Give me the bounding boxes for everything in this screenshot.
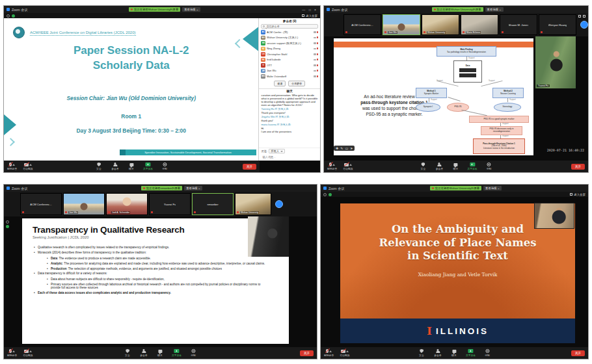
fullscreen-icon[interactable] bbox=[583, 15, 585, 18]
participant-row[interactable]: CSChristopher Stahl bbox=[259, 51, 320, 57]
send-to-dropdown[interactable]: 所有人 bbox=[269, 149, 285, 153]
mute-button[interactable]: 解除静音 bbox=[7, 349, 17, 357]
chat-button[interactable]: 聊天 bbox=[127, 162, 136, 170]
info-icon[interactable]: i bbox=[7, 14, 10, 18]
video-tile[interactable]: Shawn M. Jones bbox=[500, 14, 537, 35]
share-screen-button[interactable]: 共享屏幕 bbox=[466, 349, 476, 357]
participant-row[interactable]: JWJian Wu bbox=[259, 68, 320, 74]
participant-row[interactable]: WUWuhan University (主持人) bbox=[259, 35, 320, 41]
enter-fullscreen-button[interactable]: 进入全屏 bbox=[302, 14, 317, 18]
participants-button[interactable]: 参会者 bbox=[139, 349, 148, 357]
record-button[interactable]: 录制 bbox=[483, 349, 492, 357]
video-tile[interactable]: ACM Conferenc... bbox=[20, 193, 62, 215]
video-button[interactable]: 启动视频 bbox=[340, 349, 349, 357]
zoom-app-icon bbox=[327, 8, 330, 11]
participant-row[interactable]: OOTT bbox=[259, 62, 320, 68]
record-button[interactable]: 录制 bbox=[485, 162, 494, 170]
video-tile[interactable]: Maria Eckova bbox=[461, 14, 498, 35]
participants-button[interactable]: 参会者 bbox=[435, 162, 444, 170]
camera-off-icon bbox=[24, 163, 29, 166]
security-button[interactable]: 安全 bbox=[123, 349, 132, 357]
share-screen-button[interactable]: 共享屏幕 bbox=[467, 162, 477, 170]
video-button[interactable]: 启动视频 bbox=[23, 349, 33, 357]
chevron-up-icon[interactable] bbox=[329, 350, 332, 352]
participant-row[interactable]: NZNing Zheng bbox=[259, 46, 320, 52]
participant-row[interactable]: MOMalte Ostendorff bbox=[259, 73, 320, 79]
presenter-webcam[interactable] bbox=[534, 203, 574, 229]
presenter-webcam[interactable]: Yuanxi Fu bbox=[535, 36, 576, 88]
chevron-up-icon[interactable] bbox=[12, 164, 15, 166]
share-screen-button[interactable]: 共享屏幕 bbox=[172, 349, 182, 357]
chevron-up-icon[interactable] bbox=[29, 350, 32, 352]
enter-fullscreen-button[interactable]: 进入全屏 bbox=[570, 193, 585, 196]
share-screen-button[interactable]: 共享屏幕 bbox=[143, 162, 153, 170]
session-title-line1: Paper Session NA-L-2 bbox=[4, 44, 258, 57]
leave-button[interactable]: 离开 bbox=[300, 350, 314, 356]
leave-button[interactable]: 离开 bbox=[571, 164, 585, 170]
audio-only-avatar-icon[interactable] bbox=[580, 21, 588, 29]
participant-search[interactable] bbox=[261, 24, 318, 29]
mic-muted-icon bbox=[22, 211, 24, 214]
video-tile[interactable]: nmweber bbox=[192, 193, 234, 215]
view-options-button[interactable]: 查看选项 ⌄ bbox=[184, 186, 202, 190]
audio-only-avatar-icon[interactable] bbox=[275, 200, 283, 208]
annotate-pen-icon[interactable]: ✎ bbox=[340, 146, 343, 150]
video-tile[interactable]: Jodi A. Schneider bbox=[106, 193, 148, 215]
participant-row[interactable]: SSsession support (联席主持人) bbox=[259, 40, 320, 46]
participant-search-input[interactable] bbox=[266, 25, 316, 28]
chat-button[interactable]: 聊天 bbox=[450, 349, 459, 357]
chevron-up-icon[interactable] bbox=[29, 164, 32, 166]
annotate-shape-icon[interactable]: ▭ bbox=[345, 146, 348, 150]
video-tile[interactable]: Yuanxi Fu bbox=[149, 193, 191, 215]
record-button[interactable]: 录制 bbox=[160, 162, 169, 170]
chevron-up-icon[interactable] bbox=[12, 350, 15, 352]
mute-button[interactable]: 解除静音 bbox=[327, 162, 337, 170]
window-controls[interactable]: — □ × bbox=[302, 8, 317, 12]
screenshot-grid: Zoom 会议 您正在观看Wuhan University的屏幕 查看选项 ⌄ … bbox=[0, 0, 592, 364]
security-button[interactable]: 安全 bbox=[417, 349, 426, 357]
leave-button[interactable]: 离开 bbox=[571, 350, 585, 356]
info-icon[interactable]: i bbox=[323, 193, 327, 196]
video-tile[interactable]: Wenyan Huang bbox=[539, 14, 576, 35]
mute-button[interactable]: 解除静音 bbox=[324, 349, 334, 357]
chat-button[interactable]: 聊天 bbox=[451, 162, 460, 170]
mic-muted-icon bbox=[108, 211, 110, 214]
participants-button[interactable]: 参会者 bbox=[111, 162, 120, 170]
view-options-button[interactable]: 查看选项 ⌄ bbox=[485, 7, 504, 12]
video-tile[interactable]: Jian Wu bbox=[63, 193, 105, 215]
gallery-view-icon[interactable] bbox=[578, 15, 581, 18]
mute-button[interactable]: 解除静音 bbox=[7, 162, 17, 170]
view-options-button[interactable]: 查看选项 ⌄ bbox=[182, 7, 200, 12]
invite-button[interactable]: 邀请 bbox=[274, 81, 286, 86]
shield-icon bbox=[421, 162, 425, 166]
participants-button[interactable]: 参会者 bbox=[433, 349, 442, 357]
video-button[interactable]: 启动视频 bbox=[343, 162, 353, 170]
security-button[interactable]: 安全 bbox=[418, 162, 427, 170]
annotation-toolbar[interactable]: ✚ ✎ ▭ ➤ bbox=[334, 146, 355, 151]
chat-message-input[interactable] bbox=[261, 155, 316, 159]
screen-watch-badge: 您正在观看Wuhan University的屏幕 bbox=[430, 186, 481, 190]
chevron-up-icon[interactable] bbox=[346, 350, 349, 352]
chevron-up-icon[interactable] bbox=[332, 164, 335, 166]
info-icon[interactable]: i bbox=[6, 220, 9, 224]
security-button[interactable]: 安全 bbox=[94, 162, 103, 170]
zoom-window-bottom-right: Zoom 会议 您正在观看Wuhan University的屏幕 查看选项 ⌄ … bbox=[320, 184, 589, 359]
presenter-webcam[interactable] bbox=[248, 216, 289, 257]
mic-muted-icon bbox=[463, 31, 464, 34]
chat-button[interactable]: 聊天 bbox=[155, 349, 165, 357]
participant-row[interactable]: ACACM Confer...(我) bbox=[259, 29, 320, 35]
window-title: Zoom 会议 bbox=[332, 8, 347, 12]
video-tile[interactable]: Wuhan University bbox=[235, 193, 271, 215]
leave-button[interactable]: 离开 bbox=[243, 164, 256, 170]
chevron-up-icon[interactable] bbox=[349, 164, 352, 166]
mute-all-button[interactable]: 全体静音 bbox=[288, 81, 305, 86]
video-tile[interactable]: Jian Wu bbox=[383, 14, 420, 35]
video-tile[interactable]: Wuhan University bbox=[422, 14, 459, 35]
participant-row[interactable]: FKfred kabede bbox=[259, 57, 320, 63]
video-tile[interactable]: ACM Conferenc... bbox=[343, 14, 381, 35]
view-options-button[interactable]: 查看选项 ⌄ bbox=[483, 186, 502, 190]
chat-messages[interactable]: curation and preservation. Who gets to d… bbox=[259, 94, 320, 148]
video-button[interactable]: 启动视频 bbox=[23, 162, 33, 170]
record-button[interactable]: 录制 bbox=[189, 349, 198, 357]
annotate-add-icon[interactable]: ✚ bbox=[336, 146, 338, 150]
